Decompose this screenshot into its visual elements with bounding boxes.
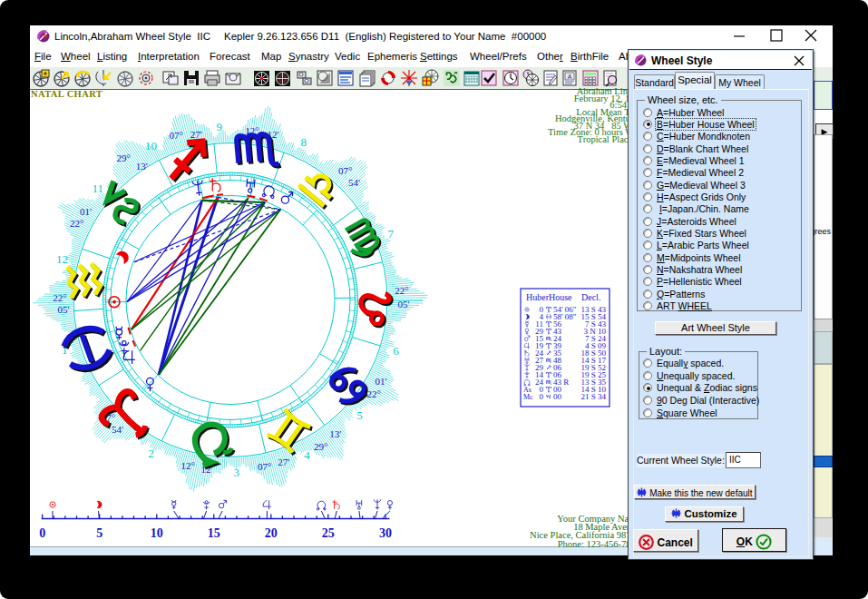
svg-text:00: 00	[553, 392, 562, 401]
svg-text:0: 0	[39, 526, 45, 540]
svg-text:Decl.: Decl.	[581, 292, 600, 302]
svg-text:10: 10	[151, 526, 163, 540]
svg-text:Mc: Mc	[523, 393, 533, 401]
svg-text:0: 0	[540, 392, 544, 401]
svg-text:21 S 34: 21 S 34	[580, 392, 606, 401]
svg-text:HuberHouse: HuberHouse	[526, 292, 572, 302]
svg-text:5: 5	[96, 526, 102, 540]
svg-text:25: 25	[322, 526, 335, 540]
svg-text:15: 15	[208, 526, 220, 540]
svg-text:30: 30	[379, 526, 392, 540]
svg-text:20: 20	[265, 526, 278, 540]
